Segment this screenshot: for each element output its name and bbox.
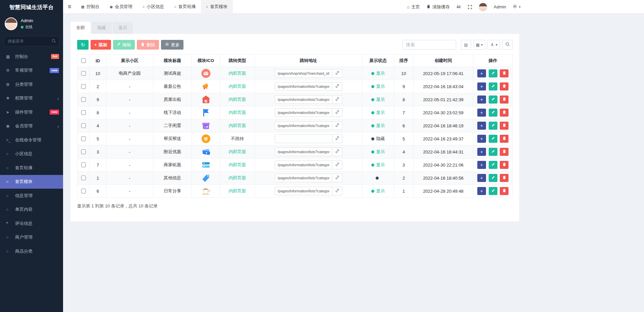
column-header[interactable]: 操作 [473, 55, 513, 67]
sidebar-item[interactable]: ○小区信息 [0, 147, 63, 161]
topbar-tab[interactable]: ▦控制台 [76, 0, 105, 14]
table-row[interactable]: 3 - 附近优惠 内部页面 显示 4 2022-04-16 18:44:31 + [77, 145, 513, 159]
clear-cache-button[interactable]: 清除缓存 [426, 4, 450, 10]
link-button[interactable] [332, 187, 342, 195]
topbar-tab[interactable]: ○首页轮播 [169, 0, 201, 14]
column-header[interactable]: 跳转类型 [220, 55, 255, 67]
hamburger-menu-icon[interactable]: ≡ [63, 3, 76, 10]
refresh-button[interactable]: ↻ [77, 40, 89, 50]
column-header[interactable]: 模块ICO [192, 55, 220, 67]
language-icon[interactable] [456, 4, 461, 9]
filter-tab[interactable]: 显示 [113, 22, 133, 34]
column-header[interactable]: ID [90, 55, 106, 67]
link-button[interactable] [332, 174, 342, 182]
row-checkbox[interactable] [81, 84, 86, 89]
filter-tab[interactable]: 隐藏 [92, 22, 112, 34]
row-delete-button[interactable] [500, 148, 508, 156]
row-delete-button[interactable] [500, 109, 508, 117]
table-row[interactable]: 4 - 二手闲置 二手 内部页面 显示 6 2022-04-16 18:46:1… [77, 119, 513, 132]
link-button[interactable] [332, 69, 342, 78]
topbar-tab[interactable]: ○小区信息 [138, 0, 169, 14]
filter-tab[interactable]: 全部 [70, 22, 91, 34]
row-edit-button[interactable] [489, 82, 497, 90]
row-add-button[interactable]: + [477, 109, 486, 117]
row-edit-button[interactable] [489, 135, 497, 143]
link-button[interactable] [332, 161, 342, 169]
sidebar-item[interactable]: ○首页轮播 [0, 161, 63, 175]
row-edit-button[interactable] [489, 148, 497, 156]
jump-url-input[interactable] [275, 121, 332, 130]
row-edit-button[interactable] [489, 187, 497, 195]
row-add-button[interactable]: + [477, 187, 486, 195]
row-add-button[interactable]: + [477, 69, 486, 77]
row-checkbox[interactable] [81, 149, 86, 154]
sidebar-item[interactable]: >_在线命令管理 [0, 133, 63, 147]
row-checkbox[interactable] [81, 97, 86, 102]
row-checkbox[interactable] [81, 110, 86, 115]
row-checkbox[interactable] [81, 136, 86, 141]
table-row[interactable]: 5 - 帮买帮送 帮 不跳转 隐藏 5 2022-04-16 23:49:37 … [77, 132, 513, 145]
add-button[interactable]: + 添加 [91, 40, 111, 50]
sidebar-item[interactable]: ▦控制台hot [0, 50, 63, 64]
row-edit-button[interactable] [489, 122, 497, 130]
column-header[interactable]: 排序 [394, 55, 414, 67]
jump-url-input[interactable] [275, 95, 332, 104]
sidebar-item[interactable]: ○信息管理 [0, 189, 63, 203]
row-checkbox[interactable] [81, 71, 86, 76]
row-add-button[interactable]: + [477, 82, 486, 90]
column-header[interactable]: 展示小区 [106, 55, 153, 67]
jump-url-input[interactable] [275, 147, 332, 156]
sidebar-item[interactable]: ⚙常规管理new [0, 64, 63, 78]
row-delete-button[interactable] [500, 174, 508, 182]
row-delete-button[interactable] [500, 187, 508, 195]
sidebar-item[interactable]: ❖权限管理‹ [0, 91, 63, 106]
row-add-button[interactable]: + [477, 161, 486, 169]
column-header[interactable]: 跳转地址 [255, 55, 362, 67]
delete-button[interactable]: 删除 [137, 40, 159, 50]
column-header[interactable]: 模块标题 [153, 55, 192, 67]
detail-view-toggle-button[interactable]: ▤ [461, 40, 471, 50]
home-link[interactable]: ⌂ 主页 [407, 4, 420, 10]
menu-search-input[interactable] [4, 36, 59, 46]
row-add-button[interactable]: + [477, 135, 486, 143]
columns-dropdown-button[interactable]: ▦ ▾ [473, 40, 485, 50]
row-checkbox[interactable] [81, 163, 86, 167]
table-row[interactable]: 2 - 最新公告 内部页面 显示 9 2022-04-16 18:43:04 + [77, 80, 513, 93]
sidebar-item[interactable]: ○首页模块 [0, 175, 63, 189]
sidebar-item[interactable]: ○单页内容 [0, 203, 63, 217]
row-edit-button[interactable] [489, 69, 497, 77]
jump-url-input[interactable] [275, 82, 332, 91]
row-delete-button[interactable] [500, 96, 508, 104]
more-button[interactable]: 更多 [161, 40, 183, 50]
jump-url-input[interactable] [275, 174, 332, 182]
row-edit-button[interactable] [489, 174, 497, 182]
table-row[interactable]: 10 电商产业园 测试商超 内部页面 显示 10 2022-05-19 17:0… [77, 67, 513, 80]
row-delete-button[interactable] [500, 161, 508, 169]
jump-url-input[interactable] [275, 187, 332, 195]
table-row[interactable]: 8 - 线下活动 内部页面 显示 7 2022-04-30 23:02:59 + [77, 106, 513, 119]
sidebar-item[interactable]: ○商品分类 [0, 244, 63, 258]
jump-url-input[interactable] [275, 69, 332, 78]
sidebar-item[interactable]: ○商户管理 [0, 231, 63, 245]
select-all-checkbox[interactable] [81, 58, 86, 63]
link-button[interactable] [332, 95, 342, 104]
row-add-button[interactable]: + [477, 122, 486, 130]
row-add-button[interactable]: + [477, 174, 486, 182]
settings-gear-icon[interactable]: ▾ [513, 4, 521, 10]
topbar-avatar[interactable] [479, 3, 487, 11]
row-edit-button[interactable] [489, 96, 497, 104]
link-button[interactable] [332, 121, 342, 130]
table-search-input[interactable] [402, 40, 456, 50]
row-delete-button[interactable] [500, 135, 508, 143]
column-header[interactable]: 创建时间 [414, 55, 473, 67]
row-add-button[interactable]: + [477, 148, 486, 156]
table-row[interactable]: 7 - 商家钜惠 内部页面 显示 3 2022-04-30 22:21:06 + [77, 159, 513, 172]
row-edit-button[interactable] [489, 109, 497, 117]
jump-url-input[interactable] [275, 134, 332, 143]
link-button[interactable] [332, 108, 342, 117]
fullscreen-icon[interactable] [468, 5, 472, 9]
sidebar-item[interactable]: ◉会员管理‹ [0, 119, 63, 133]
table-row[interactable]: 9 - 房屋出租 租 内部页面 显示 8 2022-05-01 21:42:39… [77, 93, 513, 106]
row-add-button[interactable]: + [477, 96, 486, 104]
row-checkbox[interactable] [81, 176, 86, 180]
